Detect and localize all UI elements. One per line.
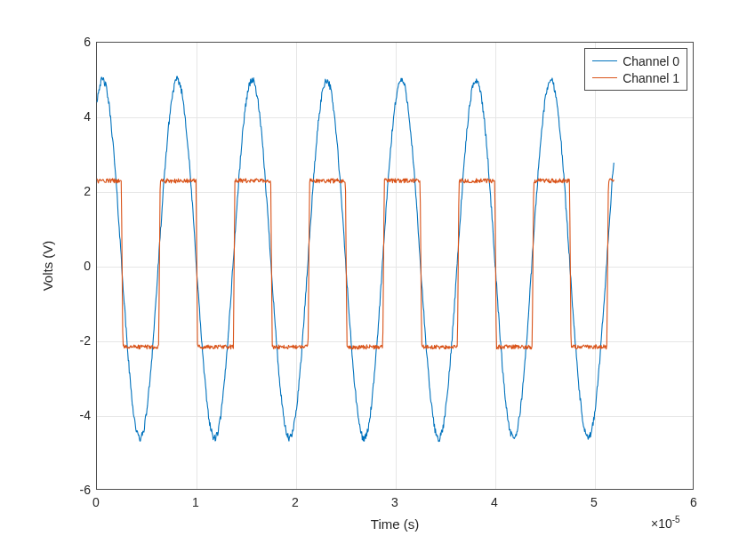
y-tick-label: -4: [71, 408, 91, 422]
y-tick-label: 2: [71, 184, 91, 198]
legend-entry[interactable]: Channel 0: [592, 52, 679, 69]
legend-swatch: [592, 77, 617, 78]
x-exponent-label: ×10-5: [651, 515, 680, 531]
x-axis-label: Time (s): [371, 516, 419, 532]
x-tick-label: 2: [292, 495, 299, 509]
x-tick-label: 4: [491, 495, 498, 509]
x-tick-label: 6: [690, 495, 697, 509]
x-tick-label: 5: [590, 495, 598, 509]
figure: Channel 0Channel 1 0123456 -6-4-20246 Ti…: [0, 0, 747, 560]
x-tick-label: 3: [391, 495, 398, 509]
x-tick-label: 1: [192, 495, 199, 509]
y-tick-label: -6: [71, 483, 91, 497]
plot-area: [97, 43, 695, 491]
y-tick-label: -2: [71, 333, 91, 348]
y-tick-label: 6: [71, 35, 91, 49]
legend-label: Channel 1: [622, 71, 679, 85]
y-axis-label: Volts (V): [40, 241, 55, 292]
y-tick-label: 0: [71, 259, 91, 273]
y-tick-label: 4: [71, 109, 91, 124]
series-line-0: [97, 76, 614, 442]
x-tick-label: 0: [92, 495, 100, 509]
legend-swatch: [592, 60, 617, 61]
axes[interactable]: Channel 0Channel 1: [96, 42, 694, 490]
legend-label: Channel 0: [622, 54, 679, 68]
legend[interactable]: Channel 0Channel 1: [584, 48, 687, 91]
legend-entry[interactable]: Channel 1: [592, 69, 679, 86]
